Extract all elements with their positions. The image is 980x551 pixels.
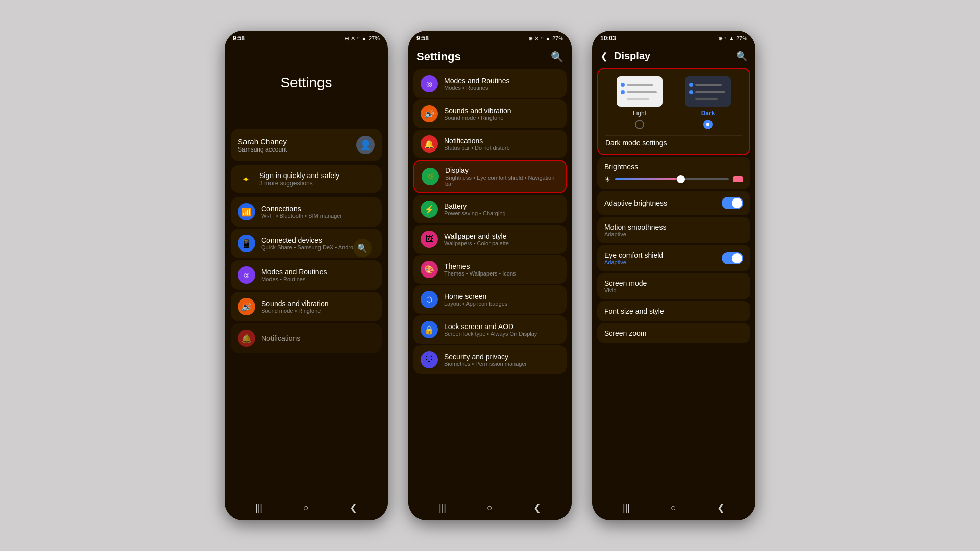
phone2-battery-icon: ⚡ [421,201,438,218]
phone3-search-button[interactable]: 🔍 [736,51,747,62]
brightness-thumb[interactable] [677,175,685,183]
settings-item-notifications[interactable]: 🔔 Notifications [231,323,382,353]
dm-light-option[interactable]: Light [617,76,663,129]
phone2-lock-icon: 🔒 [421,321,438,338]
eye-comfort-title: Eye comfort shield [604,251,663,259]
phone2-status-bar: 9:58 ⊕ ✕ ≈ ▲ 27% [408,31,572,44]
brightness-sun-icon: ☀ [604,175,611,183]
phone2-header: Settings 🔍 [408,44,572,67]
suggestion-sub: 3 more suggestions [259,180,339,187]
phone2-sounds[interactable]: 🔊 Sounds and vibration Sound mode • Ring… [413,99,567,128]
connections-title: Connections [261,205,342,213]
dm-dark-option[interactable]: Dark [685,76,731,129]
phone3-back-button[interactable]: ❮ [600,51,608,62]
brightness-slider[interactable] [615,178,729,180]
adaptive-brightness-title: Adaptive brightness [604,199,667,207]
brightness-fill [615,178,683,180]
phone3-status-bar: 10:03 ⊕ ≈ ▲ 27% [592,31,755,44]
phone2-battery-text: Battery Power saving • Charging [444,202,506,216]
phone2-wallpaper[interactable]: 🖼 Wallpaper and style Wallpapers • Color… [413,225,567,254]
modes-routines-icon: ◎ [238,266,255,284]
phone3-status-icons: ⊕ ≈ ▲ 27% [718,35,747,42]
phone1-nav-menu[interactable]: ||| [255,503,262,513]
dm-light-label: Light [633,110,646,117]
screen-zoom-row[interactable]: Screen zoom [597,323,750,343]
phone3-nav-menu[interactable]: ||| [623,503,630,513]
suggestion-title: Sign in quickly and safely [259,171,339,180]
phone2-themes[interactable]: 🎨 Themes Themes • Wallpapers • Icons [413,255,567,284]
phone2-nav-back[interactable]: ❮ [533,502,541,513]
phone2-modes-icon: ◎ [421,75,438,92]
phone1-nav-home[interactable]: ○ [303,503,309,513]
notifications-text: Notifications [261,334,300,342]
phone2-battery[interactable]: ⚡ Battery Power saving • Charging [413,195,567,223]
phone3-nav-back[interactable]: ❮ [717,502,725,513]
phone2-modes-routines[interactable]: ◎ Modes and Routines Modes • Routines [413,69,567,98]
search-icon: 🔍 [357,243,368,253]
account-row[interactable]: Sarah Chaney Samsung account 👤 [231,129,382,161]
modes-routines-sub: Modes • Routines [261,276,327,282]
screen-mode-row[interactable]: Screen mode Vivid [597,273,750,299]
font-size-title: Font size and style [604,307,664,315]
notifications-icon: 🔔 [238,330,255,347]
phone2-security[interactable]: 🛡 Security and privacy Biometrics • Perm… [413,345,567,374]
phone2-sounds-text: Sounds and vibration Sound mode • Ringto… [444,107,511,121]
phone2-lock-screen[interactable]: 🔒 Lock screen and AOD Screen lock type •… [413,315,567,344]
sounds-title: Sounds and vibration [261,299,329,308]
sounds-text: Sounds and vibration Sound mode • Ringto… [261,299,329,314]
phone1: 9:58 ⊕ ✕ ≈ ▲ 27% Settings 🔍 Sarah Chaney… [225,31,388,520]
phone1-status-icons: ⊕ ✕ ≈ ▲ 27% [345,35,380,42]
dm-light-preview [617,76,663,107]
eye-comfort-sub: Adaptive [604,259,663,265]
account-sub: Samsung account [238,146,287,153]
phone2-search-button[interactable]: 🔍 [551,51,564,63]
screen-mode-title: Screen mode [604,279,647,287]
phone2-nav-menu[interactable]: ||| [439,503,446,513]
phone2-status-icons: ⊕ ✕ ≈ ▲ 27% [528,35,564,42]
motion-smoothness-row[interactable]: Motion smoothness Adaptive [597,217,750,243]
dm-light-radio[interactable] [635,120,644,129]
font-size-header: Font size and style [604,307,743,315]
adaptive-brightness-toggle[interactable] [722,197,743,209]
phone1-nav-back[interactable]: ❮ [350,502,357,513]
motion-smoothness-title: Motion smoothness [604,223,666,231]
settings-item-connections[interactable]: 📶 Connections Wi-Fi • Bluetooth • SIM ma… [231,197,382,227]
phone2: 9:58 ⊕ ✕ ≈ ▲ 27% Settings 🔍 ◎ Modes and … [408,31,572,520]
connections-icon: 📶 [238,203,255,220]
phone1-nav-bar: ||| ○ ❮ [225,497,388,520]
phone2-home-icon: ⬡ [421,291,438,308]
screen-zoom-header: Screen zoom [604,329,743,337]
modes-routines-text: Modes and Routines Modes • Routines [261,268,327,282]
dm-dark-radio[interactable] [703,120,713,129]
phone2-settings-list: ◎ Modes and Routines Modes • Routines 🔊 … [408,67,572,497]
sounds-icon: 🔊 [238,298,255,315]
eye-comfort-toggle[interactable] [722,252,743,264]
dm-dark-label: Dark [701,110,715,117]
phone2-home-screen[interactable]: ⬡ Home screen Layout • App icon badges [413,285,567,314]
phone1-settings-list: Sarah Chaney Samsung account 👤 ✦ Sign in… [225,129,388,497]
settings-item-modes-routines[interactable]: ◎ Modes and Routines Modes • Routines [231,260,382,290]
brightness-row: Brightness ☀ [597,157,750,189]
phone3-nav-home[interactable]: ○ [671,503,676,513]
adaptive-brightness-row: Adaptive brightness [597,191,750,215]
phone2-display[interactable]: 🌿 Display Brightness • Eye comfort shiel… [413,160,567,193]
phone1-content: Settings 🔍 Sarah Chaney Samsung account … [225,44,388,497]
settings-item-sounds[interactable]: 🔊 Sounds and vibration Sound mode • Ring… [231,292,382,321]
connections-text: Connections Wi-Fi • Bluetooth • SIM mana… [261,205,342,219]
dm-dark-preview [685,76,731,107]
phone2-security-text: Security and privacy Biometrics • Permis… [444,353,527,367]
phone2-title: Settings [416,50,461,63]
phone3: 10:03 ⊕ ≈ ▲ 27% ❮ Display 🔍 [592,31,755,520]
phone2-sounds-icon: 🔊 [421,105,438,122]
phone2-notifications[interactable]: 🔔 Notifications Status bar • Do not dist… [413,130,567,158]
font-size-row[interactable]: Font size and style [597,301,750,321]
suggestion-icon: ✦ [238,171,253,187]
phone1-search-button[interactable]: 🔍 [353,239,372,257]
suggestion-row[interactable]: ✦ Sign in quickly and safely 3 more sugg… [231,165,382,193]
phone2-notifications-text: Notifications Status bar • Do not distur… [444,137,510,151]
phone2-home-text: Home screen Layout • App icon badges [444,292,507,307]
dark-mode-settings-link[interactable]: Dark mode settings [605,135,742,147]
account-info: Sarah Chaney Samsung account [238,137,287,153]
phone2-nav-home[interactable]: ○ [487,503,493,513]
phone2-modes-text: Modes and Routines Modes • Routines [444,77,509,91]
